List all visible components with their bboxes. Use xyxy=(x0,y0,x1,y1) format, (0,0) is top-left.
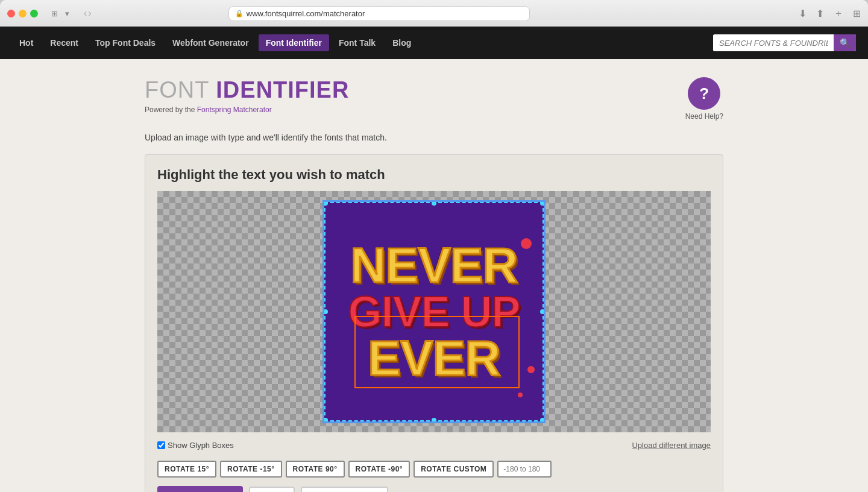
handle-middle-right[interactable] xyxy=(540,309,545,314)
download-icon[interactable]: ⬇ xyxy=(799,8,807,19)
page-content: FONT IDENTIFIER Powered by the Fontsprin… xyxy=(0,59,868,492)
handle-bottom-middle[interactable] xyxy=(432,418,436,423)
rotate-15-button[interactable]: ROTATE 15° xyxy=(157,461,216,478)
sidebar-toggle[interactable]: ⊞ ▾ xyxy=(49,8,72,19)
nav-item-font-talk[interactable]: Font Talk xyxy=(332,34,383,51)
toolbar-right: ⬇ ⬆ ＋ ⊞ xyxy=(799,7,861,20)
show-glyph-control: Show Glyph Boxes xyxy=(157,441,234,450)
page-title: FONT IDENTIFIER xyxy=(145,77,349,103)
address-bar[interactable]: 🔒 www.fontsquirrel.com/matcherator xyxy=(228,6,530,21)
help-label: Need Help? xyxy=(685,112,723,121)
poster-image: NEVER GIVE UP EVER xyxy=(322,200,546,423)
poster-text: NEVER GIVE UP EVER xyxy=(348,241,520,383)
poster-line1: NEVER xyxy=(348,241,520,290)
traffic-lights xyxy=(7,10,38,17)
title-bar: ⊞ ▾ ‹ › 🔒 www.fontsquirrel.com/matcherat… xyxy=(0,0,868,27)
grid-icon[interactable]: ⊞ xyxy=(853,8,861,19)
rotate-custom-input[interactable] xyxy=(497,461,552,478)
splash-decoration-1 xyxy=(521,238,532,249)
fullscreen-button[interactable] xyxy=(30,10,38,17)
handle-middle-left[interactable] xyxy=(323,309,328,314)
handle-top-left[interactable] xyxy=(323,201,328,206)
splash-decoration-2 xyxy=(527,366,535,373)
forward-button[interactable]: › xyxy=(88,8,91,19)
download-image-button[interactable]: Download Image xyxy=(301,487,388,493)
show-glyph-label: Show Glyph Boxes xyxy=(168,441,234,450)
poster-line2: GIVE UP xyxy=(348,290,520,333)
back-button[interactable]: ‹ xyxy=(84,8,87,19)
canvas-footer: Show Glyph Boxes Upload different image xyxy=(157,438,711,452)
description-text: Upload an image with type and we'll iden… xyxy=(145,133,723,142)
handle-top-middle[interactable] xyxy=(432,201,436,206)
rotate-90-button[interactable]: ROTATE 90° xyxy=(286,461,345,478)
lock-icon: 🔒 xyxy=(235,10,244,17)
nav-item-hot[interactable]: Hot xyxy=(12,34,40,51)
help-circle-icon: ? xyxy=(688,77,720,110)
search-input[interactable] xyxy=(713,35,834,51)
nav-item-top-font-deals[interactable]: Top Font Deals xyxy=(88,34,163,51)
action-buttons: Matcherate It! Reset Download Image xyxy=(157,486,711,492)
page-title-block: FONT IDENTIFIER Powered by the Fontsprin… xyxy=(145,77,349,114)
matcherate-button[interactable]: Matcherate It! xyxy=(157,486,243,492)
search-box[interactable]: 🔍 xyxy=(713,34,856,51)
rotate-controls: ROTATE 15° ROTATE -15° ROTATE 90° ROTATE… xyxy=(157,461,711,478)
nav-item-font-identifier[interactable]: Font Identifier xyxy=(259,34,329,51)
chevron-down-icon: ▾ xyxy=(63,8,72,19)
handle-bottom-right[interactable] xyxy=(540,418,545,423)
title-thin: FONT xyxy=(145,77,216,102)
url-text: www.fontsquirrel.com/matcherator xyxy=(247,9,365,18)
handle-top-right[interactable] xyxy=(540,201,545,206)
nav-item-blog[interactable]: Blog xyxy=(385,34,418,51)
nav-item-webfont-generator[interactable]: Webfont Generator xyxy=(165,34,256,51)
rotate-neg15-button[interactable]: ROTATE -15° xyxy=(220,461,282,478)
title-bold: IDENTIFIER xyxy=(216,77,349,102)
nav-bar: Hot Recent Top Font Deals Webfont Genera… xyxy=(0,27,868,59)
nav-arrows: ‹ › xyxy=(84,8,92,19)
rotate-custom-button[interactable]: ROTATE CUSTOM xyxy=(414,461,494,478)
highlight-title: Highlight the text you wish to match xyxy=(157,167,711,183)
nav-item-recent[interactable]: Recent xyxy=(43,34,86,51)
powered-by: Powered by the Fontspring Matcherator xyxy=(145,106,349,114)
canvas-container[interactable]: NEVER GIVE UP EVER xyxy=(157,191,711,432)
search-button[interactable]: 🔍 xyxy=(834,34,856,51)
help-button[interactable]: ? Need Help? xyxy=(685,77,723,121)
minimize-button[interactable] xyxy=(19,10,27,17)
rotate-neg90-button[interactable]: ROTATE -90° xyxy=(348,461,410,478)
close-button[interactable] xyxy=(7,10,15,17)
reset-button[interactable]: Reset xyxy=(249,487,295,493)
splash-decoration-3 xyxy=(518,393,523,397)
window-chrome: ⊞ ▾ ‹ › 🔒 www.fontsquirrel.com/matcherat… xyxy=(0,0,868,27)
page-header: FONT IDENTIFIER Powered by the Fontsprin… xyxy=(145,77,723,121)
show-glyph-checkbox[interactable] xyxy=(157,441,165,449)
sidebar-icon: ⊞ xyxy=(49,8,60,19)
add-tab-icon[interactable]: ＋ xyxy=(834,7,843,20)
upload-different-link[interactable]: Upload different image xyxy=(632,441,711,450)
matcherator-link[interactable]: Fontspring Matcherator xyxy=(197,106,272,114)
image-area: Highlight the text you wish to match xyxy=(145,154,723,492)
poster-line3: EVER xyxy=(348,333,520,383)
share-icon[interactable]: ⬆ xyxy=(816,8,824,19)
handle-bottom-left[interactable] xyxy=(323,418,328,423)
